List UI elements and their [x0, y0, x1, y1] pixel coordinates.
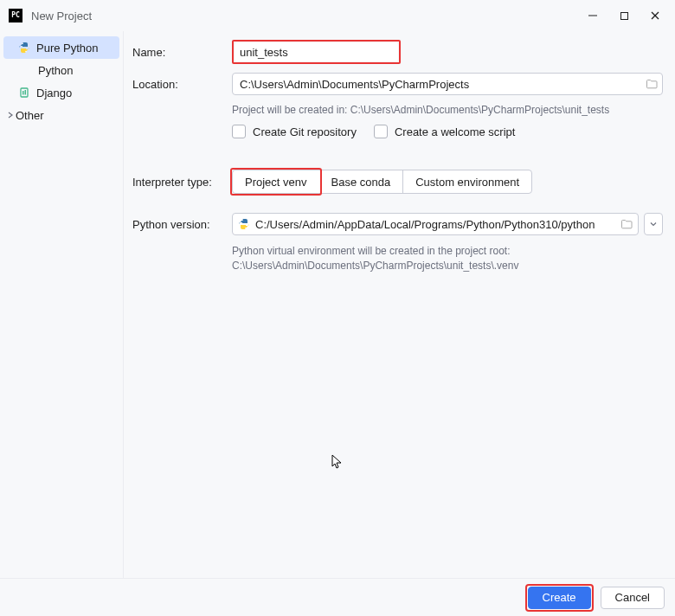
close-button[interactable]: [649, 10, 661, 22]
svg-rect-7: [22, 91, 24, 95]
python-version-path: C:/Users/Admin/AppData/Local/Programs/Py…: [255, 218, 595, 231]
svg-point-4: [22, 43, 23, 45]
sidebar-item-label: Pure Python: [36, 42, 99, 55]
venv-note: Python virtual environment will be creat…: [232, 244, 663, 273]
folder-icon: [620, 218, 633, 230]
checkbox-label: Create Git repository: [253, 125, 357, 138]
sidebar-item-django[interactable]: Django: [0, 81, 123, 104]
interpreter-type-label: Interpreter type:: [132, 176, 232, 189]
python-icon: [17, 41, 31, 55]
create-git-checkbox[interactable]: Create Git repository: [232, 125, 357, 138]
folder-icon[interactable]: [646, 78, 658, 90]
name-field-highlight: [232, 40, 401, 64]
interpreter-type-segmented: Project venv Base conda Custom environme…: [232, 170, 532, 194]
create-button[interactable]: Create: [528, 587, 591, 609]
form-panel: Name: Location: Project will be created …: [124, 31, 675, 578]
python-version-dropdown[interactable]: [644, 213, 663, 235]
python-version-label: Python version:: [132, 218, 232, 231]
interpreter-option-custom[interactable]: Custom environment: [402, 170, 531, 193]
checkbox-label: Create a welcome script: [395, 125, 515, 138]
sidebar-item-label: Django: [36, 87, 72, 99]
project-type-sidebar: Pure Python Python Django Other: [0, 31, 124, 578]
django-icon: [17, 86, 31, 99]
sidebar-item-pure-python[interactable]: Pure Python: [3, 36, 119, 59]
checkbox-icon: [374, 125, 388, 138]
location-label: Location:: [132, 78, 232, 91]
content-area: Pure Python Python Django Other Name:: [0, 31, 675, 578]
pycharm-app-icon: PC: [9, 9, 22, 22]
venv-note-line: Python virtual environment will be creat…: [232, 244, 663, 259]
venv-note-line: C:\Users\Admin\Documents\PyCharmProjects…: [232, 259, 663, 273]
svg-rect-1: [620, 12, 627, 19]
svg-point-5: [25, 51, 27, 53]
sidebar-item-label: Other: [16, 109, 44, 122]
interpreter-option-conda[interactable]: Base conda: [319, 170, 403, 193]
creation-path-hint: Project will be created in: C:\Users\Adm…: [232, 104, 663, 116]
interpreter-option-venv[interactable]: Project venv: [233, 170, 319, 193]
svg-rect-6: [21, 88, 28, 97]
svg-rect-8: [25, 90, 27, 95]
minimize-button[interactable]: [587, 10, 599, 22]
titlebar: PC New Project: [0, 0, 675, 31]
svg-point-10: [245, 228, 247, 229]
name-input[interactable]: [235, 42, 398, 61]
location-input[interactable]: [232, 73, 663, 95]
window-title: New Project: [31, 10, 92, 22]
python-version-field[interactable]: C:/Users/Admin/AppData/Local/Programs/Py…: [232, 213, 639, 235]
dialog-footer: Create Cancel: [0, 578, 675, 616]
svg-point-9: [241, 220, 243, 221]
window-controls: [587, 10, 666, 22]
app-badge-text: PC: [11, 12, 20, 19]
create-button-highlight: Create: [525, 584, 594, 612]
checkbox-icon: [232, 125, 246, 138]
python-icon: [238, 218, 250, 230]
interpreter-option-highlight: Project venv: [230, 168, 322, 196]
sidebar-item-other[interactable]: Other: [0, 104, 123, 126]
name-label: Name:: [132, 46, 232, 59]
maximize-button[interactable]: [618, 10, 630, 22]
sidebar-item-label: Python: [38, 64, 73, 77]
cancel-button[interactable]: Cancel: [601, 587, 665, 609]
create-welcome-checkbox[interactable]: Create a welcome script: [374, 125, 515, 138]
sidebar-item-python[interactable]: Python: [0, 59, 123, 81]
chevron-right-icon: [7, 112, 14, 119]
